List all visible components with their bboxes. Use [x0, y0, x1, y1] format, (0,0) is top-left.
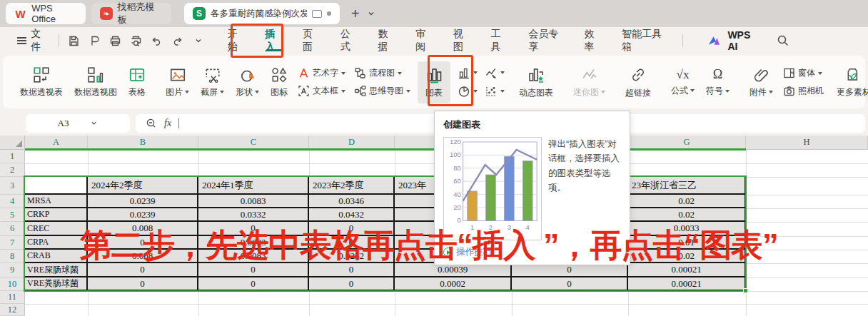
table-value-cell[interactable]: 0.00021 — [628, 277, 746, 291]
row-header-12[interactable]: 12 — [0, 304, 25, 316]
row-label-cell[interactable]: CREC — [25, 222, 88, 236]
camera-button[interactable]: 照相机 — [783, 85, 824, 97]
table-value-cell[interactable]: 0.0002 — [395, 277, 512, 291]
table-value-cell[interactable]: 0 — [309, 277, 395, 291]
table-value-cell[interactable]: 0 — [512, 263, 628, 277]
shapes-dropdown-caret[interactable] — [255, 91, 259, 93]
flowchart-button[interactable]: 流程图 — [354, 67, 410, 79]
screenshot-button[interactable]: 截屏 — [195, 63, 230, 101]
tab-list-chevron-icon[interactable] — [367, 9, 375, 18]
table-value-cell[interactable]: 0.0239 — [88, 208, 198, 222]
attachment-button[interactable]: 附件 — [744, 63, 779, 101]
dynamic-chart-button[interactable]: 动态图表 — [513, 63, 559, 102]
table-value-cell[interactable]: 0 — [88, 277, 198, 291]
row-header-2[interactable]: 2 — [0, 163, 25, 177]
table-value-cell[interactable]: 0 — [88, 236, 198, 250]
wordart-button[interactable]: 艺术字 — [298, 67, 345, 79]
row-header-3[interactable]: 3 — [0, 177, 25, 195]
document-tab[interactable]: S 各多重耐药菌感染例次发生率… — [184, 3, 340, 24]
table-value-cell[interactable]: 0 — [198, 263, 309, 277]
table-value-cell[interactable]: 0.00021 — [628, 263, 746, 277]
pivot-chart-button[interactable]: 数据透视图 — [69, 63, 123, 101]
bar-chart-dropdown[interactable] — [458, 66, 478, 79]
row-label-cell[interactable]: MRSA — [25, 195, 88, 208]
search-button[interactable] — [777, 34, 789, 47]
table-value-cell[interactable]: 0 — [198, 222, 309, 236]
row-header-10[interactable]: 10 — [0, 277, 25, 291]
row-label-cell[interactable]: VRE粪肠球菌 — [25, 277, 88, 291]
table-value-cell[interactable]: 0.0083 — [198, 195, 309, 208]
table-value-cell[interactable]: 0 — [88, 263, 198, 277]
row-header-1[interactable]: 1 — [0, 150, 25, 163]
line-chart-dropdown[interactable] — [485, 66, 505, 79]
scatter-chart-dropdown[interactable] — [485, 85, 505, 98]
new-tab-button[interactable]: + — [351, 6, 360, 22]
table-value-cell[interactable]: 0.0332 — [198, 208, 309, 222]
form-button[interactable]: 窗体 — [783, 67, 824, 79]
menu-tab-公式[interactable]: 公式 — [340, 27, 359, 54]
table-value-cell[interactable]: 0 — [309, 263, 395, 277]
name-box[interactable]: A3 — [26, 114, 130, 133]
redo-icon[interactable] — [171, 34, 184, 47]
table-value-cell[interactable]: 0.0033 — [628, 222, 746, 236]
column-header-A[interactable]: A — [25, 136, 88, 150]
wordart-dropdown-caret[interactable] — [341, 72, 345, 75]
row-header-6[interactable]: 6 — [0, 222, 25, 236]
screenshot-dropdown-caret[interactable] — [220, 91, 224, 93]
table-value-cell[interactable]: 0.02 — [628, 208, 746, 222]
file-menu-button[interactable]: 文件 — [17, 28, 50, 53]
pivot-table-button[interactable]: 数据透视表 — [14, 63, 69, 101]
quick-access-chevron-icon[interactable] — [192, 34, 205, 47]
table-value-cell[interactable]: 0.01 — [628, 236, 746, 250]
row-label-cell[interactable]: CRKP — [25, 208, 88, 222]
menu-tab-数据[interactable]: 数据 — [378, 27, 396, 54]
active-cell-A3[interactable] — [25, 177, 88, 195]
formula-caret[interactable] — [690, 89, 695, 92]
pie-chart-dropdown[interactable] — [458, 85, 478, 98]
table-value-cell[interactable]: 0 — [198, 277, 309, 291]
menu-tab-开始[interactable]: 开始 — [228, 27, 246, 54]
data-table[interactable]: 2024年2季度2024年1季度2023年2季度2023年23年浙江省三乙MRS… — [25, 177, 746, 291]
table-value-cell[interactable]: 0.008 — [88, 222, 198, 236]
column-header-H[interactable]: H — [746, 136, 868, 150]
row-header-7[interactable]: 7 — [0, 236, 25, 250]
picture-dropdown-caret[interactable] — [185, 91, 189, 93]
menu-tab-会员专享[interactable]: 会员专享 — [528, 27, 565, 54]
row-label-cell[interactable]: VRE屎肠球菌 — [25, 263, 88, 277]
row-header-11[interactable]: 11 — [0, 291, 25, 304]
menu-tab-视图[interactable]: 视图 — [453, 27, 472, 54]
table-value-cell[interactable]: 0.00039 — [395, 263, 512, 277]
column-header-D[interactable]: D — [309, 136, 395, 150]
table-value-cell[interactable]: 0.0252 — [309, 250, 395, 263]
hyperlink-button[interactable]: 超链接 — [620, 63, 657, 102]
icons-button[interactable]: 图标 — [265, 63, 293, 101]
more-assets-button[interactable]: 更多素材 — [831, 63, 868, 101]
print-icon[interactable] — [109, 34, 122, 47]
mindmap-button[interactable]: 思维导图 — [354, 85, 410, 97]
symbol-caret[interactable] — [725, 90, 730, 93]
menu-tab-效率[interactable]: 效率 — [585, 27, 603, 54]
row-label-cell[interactable]: CRPA — [25, 236, 88, 250]
export-pdf-icon[interactable] — [89, 34, 101, 47]
table-header-cell[interactable]: 2023年2季度 — [309, 177, 395, 195]
column-header-B[interactable]: B — [88, 136, 198, 150]
table-value-cell[interactable]: 0.0346 — [309, 195, 395, 208]
table-value-cell[interactable]: 0 — [309, 236, 395, 250]
column-header-G[interactable]: G — [628, 136, 746, 150]
shapes-button[interactable]: 形状 — [230, 63, 265, 101]
undo-icon[interactable] — [151, 34, 163, 47]
zoom-out-icon[interactable] — [146, 118, 157, 129]
row-header-9[interactable]: 9 — [0, 263, 25, 277]
row-label-cell[interactable]: CRAB — [25, 250, 88, 263]
chart-button[interactable]: 图表 — [418, 61, 450, 103]
table-value-cell[interactable]: 0.008 — [88, 250, 198, 263]
wps-office-home-tab[interactable]: W WPS Office — [6, 3, 86, 24]
table-value-cell[interactable]: 0 — [309, 222, 395, 236]
table-value-cell[interactable]: 0.02 — [628, 195, 746, 208]
table-header-cell[interactable]: 23年浙江省三乙 — [628, 177, 746, 195]
table-value-cell[interactable]: 0 — [512, 277, 628, 291]
menu-tab-插入[interactable]: 插入 — [265, 27, 283, 54]
print-preview-icon[interactable] — [130, 34, 143, 47]
select-all-corner[interactable] — [0, 136, 25, 150]
row-header-5[interactable]: 5 — [0, 208, 25, 222]
